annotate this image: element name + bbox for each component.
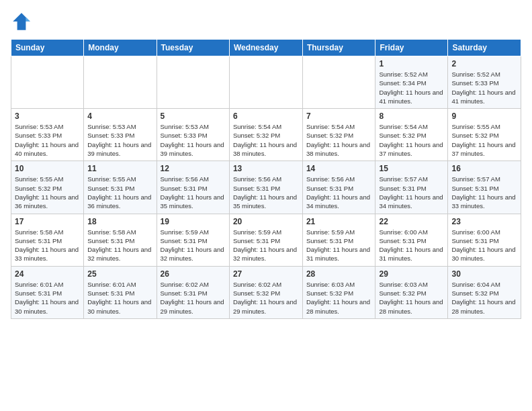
calendar-cell: 12Sunrise: 5:56 AM Sunset: 5:31 PM Dayli… (157, 161, 229, 214)
day-info: Sunrise: 5:54 AM Sunset: 5:32 PM Dayligh… (233, 122, 299, 158)
day-number: 16 (451, 164, 517, 173)
calendar-cell: 2Sunrise: 5:52 AM Sunset: 5:33 PM Daylig… (448, 56, 521, 109)
day-info: Sunrise: 5:55 AM Sunset: 5:32 PM Dayligh… (451, 122, 517, 158)
calendar-cell: 22Sunrise: 6:00 AM Sunset: 5:31 PM Dayli… (375, 214, 448, 266)
day-info: Sunrise: 5:54 AM Sunset: 5:32 PM Dayligh… (379, 122, 444, 158)
calendar-cell: 5Sunrise: 5:53 AM Sunset: 5:33 PM Daylig… (157, 109, 229, 161)
day-number: 7 (306, 111, 372, 121)
day-info: Sunrise: 5:56 AM Sunset: 5:31 PM Dayligh… (161, 175, 226, 210)
day-info: Sunrise: 5:52 AM Sunset: 5:34 PM Dayligh… (379, 70, 444, 105)
weekday-header: Friday (375, 40, 448, 56)
logo (11, 11, 34, 32)
day-info: Sunrise: 6:03 AM Sunset: 5:32 PM Dayligh… (379, 280, 444, 316)
weekday-header: Saturday (448, 40, 521, 56)
calendar-cell (84, 56, 157, 109)
day-info: Sunrise: 5:59 AM Sunset: 5:31 PM Dayligh… (306, 228, 372, 263)
calendar-cell: 18Sunrise: 5:58 AM Sunset: 5:31 PM Dayli… (84, 214, 157, 266)
day-info: Sunrise: 5:58 AM Sunset: 5:31 PM Dayligh… (87, 228, 152, 263)
day-number: 6 (233, 111, 299, 121)
calendar-cell: 13Sunrise: 5:56 AM Sunset: 5:31 PM Dayli… (229, 161, 302, 214)
day-number: 20 (233, 217, 299, 226)
calendar-cell: 11Sunrise: 5:55 AM Sunset: 5:31 PM Dayli… (84, 161, 157, 214)
day-info: Sunrise: 6:01 AM Sunset: 5:31 PM Dayligh… (87, 280, 152, 316)
calendar-week-row: 1Sunrise: 5:52 AM Sunset: 5:34 PM Daylig… (11, 56, 521, 109)
day-number: 15 (379, 164, 444, 173)
calendar-cell (157, 56, 229, 109)
day-info: Sunrise: 5:57 AM Sunset: 5:31 PM Dayligh… (379, 175, 444, 210)
day-number: 9 (451, 111, 517, 121)
day-number: 17 (15, 217, 80, 226)
day-number: 8 (379, 111, 444, 121)
day-info: Sunrise: 5:54 AM Sunset: 5:32 PM Dayligh… (306, 122, 372, 158)
day-info: Sunrise: 5:55 AM Sunset: 5:32 PM Dayligh… (15, 175, 80, 210)
day-info: Sunrise: 5:53 AM Sunset: 5:33 PM Dayligh… (161, 122, 226, 158)
calendar-cell: 9Sunrise: 5:55 AM Sunset: 5:32 PM Daylig… (448, 109, 521, 161)
day-info: Sunrise: 5:56 AM Sunset: 5:31 PM Dayligh… (233, 175, 299, 210)
calendar-cell: 23Sunrise: 6:00 AM Sunset: 5:31 PM Dayli… (448, 214, 521, 266)
day-number: 29 (379, 269, 444, 279)
calendar-table: SundayMondayTuesdayWednesdayThursdayFrid… (11, 39, 521, 319)
day-info: Sunrise: 5:59 AM Sunset: 5:31 PM Dayligh… (161, 228, 226, 263)
day-number: 24 (15, 269, 80, 279)
day-number: 11 (87, 164, 152, 173)
calendar-week-row: 17Sunrise: 5:58 AM Sunset: 5:31 PM Dayli… (11, 214, 521, 266)
day-number: 30 (451, 269, 517, 279)
weekday-header: Wednesday (229, 40, 302, 56)
logo-icon (11, 11, 32, 32)
day-info: Sunrise: 5:55 AM Sunset: 5:31 PM Dayligh… (87, 175, 152, 210)
day-info: Sunrise: 6:03 AM Sunset: 5:32 PM Dayligh… (306, 280, 372, 316)
calendar-cell: 1Sunrise: 5:52 AM Sunset: 5:34 PM Daylig… (375, 56, 448, 109)
calendar-cell: 30Sunrise: 6:04 AM Sunset: 5:32 PM Dayli… (448, 266, 521, 318)
calendar-cell: 27Sunrise: 6:02 AM Sunset: 5:32 PM Dayli… (229, 266, 302, 318)
day-number: 3 (15, 111, 80, 121)
day-number: 25 (87, 269, 152, 279)
day-info: Sunrise: 6:04 AM Sunset: 5:32 PM Dayligh… (451, 280, 517, 316)
day-number: 26 (161, 269, 226, 279)
weekday-header: Sunday (11, 40, 84, 56)
day-number: 19 (161, 217, 226, 226)
day-info: Sunrise: 5:53 AM Sunset: 5:33 PM Dayligh… (15, 122, 80, 158)
calendar-cell: 8Sunrise: 5:54 AM Sunset: 5:32 PM Daylig… (375, 109, 448, 161)
day-number: 4 (87, 111, 152, 121)
day-info: Sunrise: 5:53 AM Sunset: 5:33 PM Dayligh… (87, 122, 152, 158)
day-info: Sunrise: 5:56 AM Sunset: 5:31 PM Dayligh… (306, 175, 372, 210)
calendar-cell: 24Sunrise: 6:01 AM Sunset: 5:31 PM Dayli… (11, 266, 84, 318)
calendar-cell (229, 56, 302, 109)
day-number: 28 (306, 269, 372, 279)
day-number: 18 (87, 217, 152, 226)
calendar-cell: 28Sunrise: 6:03 AM Sunset: 5:32 PM Dayli… (302, 266, 375, 318)
day-info: Sunrise: 6:00 AM Sunset: 5:31 PM Dayligh… (451, 228, 517, 263)
calendar-cell: 25Sunrise: 6:01 AM Sunset: 5:31 PM Dayli… (84, 266, 157, 318)
calendar-cell: 3Sunrise: 5:53 AM Sunset: 5:33 PM Daylig… (11, 109, 84, 161)
day-number: 13 (233, 164, 299, 173)
day-info: Sunrise: 6:00 AM Sunset: 5:31 PM Dayligh… (379, 228, 444, 263)
svg-marker-1 (26, 17, 30, 21)
page-header (11, 11, 521, 32)
weekday-header: Tuesday (157, 40, 229, 56)
day-number: 14 (306, 164, 372, 173)
day-info: Sunrise: 5:59 AM Sunset: 5:31 PM Dayligh… (233, 228, 299, 263)
calendar-cell: 14Sunrise: 5:56 AM Sunset: 5:31 PM Dayli… (302, 161, 375, 214)
calendar-cell: 29Sunrise: 6:03 AM Sunset: 5:32 PM Dayli… (375, 266, 448, 318)
day-number: 23 (451, 217, 517, 226)
calendar-cell: 17Sunrise: 5:58 AM Sunset: 5:31 PM Dayli… (11, 214, 84, 266)
calendar-cell (302, 56, 375, 109)
calendar-week-row: 24Sunrise: 6:01 AM Sunset: 5:31 PM Dayli… (11, 266, 521, 318)
calendar-cell: 15Sunrise: 5:57 AM Sunset: 5:31 PM Dayli… (375, 161, 448, 214)
weekday-header: Thursday (302, 40, 375, 56)
calendar-cell: 19Sunrise: 5:59 AM Sunset: 5:31 PM Dayli… (157, 214, 229, 266)
day-number: 2 (451, 59, 517, 68)
calendar-cell: 4Sunrise: 5:53 AM Sunset: 5:33 PM Daylig… (84, 109, 157, 161)
calendar-cell: 7Sunrise: 5:54 AM Sunset: 5:32 PM Daylig… (302, 109, 375, 161)
day-number: 21 (306, 217, 372, 226)
day-info: Sunrise: 5:52 AM Sunset: 5:33 PM Dayligh… (451, 70, 517, 105)
calendar-cell: 16Sunrise: 5:57 AM Sunset: 5:31 PM Dayli… (448, 161, 521, 214)
day-number: 12 (161, 164, 226, 173)
calendar-header-row: SundayMondayTuesdayWednesdayThursdayFrid… (11, 40, 521, 56)
day-info: Sunrise: 6:02 AM Sunset: 5:31 PM Dayligh… (161, 280, 226, 316)
calendar-cell: 10Sunrise: 5:55 AM Sunset: 5:32 PM Dayli… (11, 161, 84, 214)
calendar-cell: 20Sunrise: 5:59 AM Sunset: 5:31 PM Dayli… (229, 214, 302, 266)
day-number: 5 (161, 111, 226, 121)
day-info: Sunrise: 5:57 AM Sunset: 5:31 PM Dayligh… (451, 175, 517, 210)
day-number: 22 (379, 217, 444, 226)
